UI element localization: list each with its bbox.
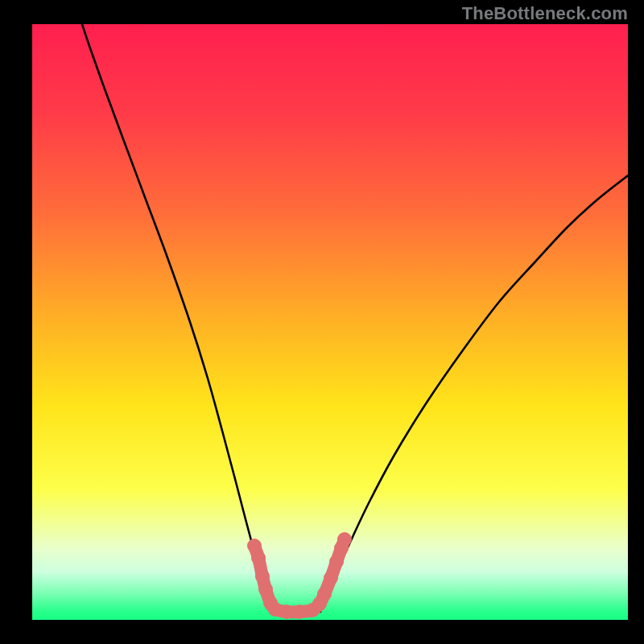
series-left-curve [82,24,271,612]
data-marker [258,582,273,597]
data-marker [317,587,332,601]
data-marker [329,555,344,569]
data-marker [292,605,307,619]
data-marker [324,571,338,585]
series-right-curve [320,175,628,612]
data-marker [337,532,352,547]
chart-frame: TheBottleneck.com [0,0,644,644]
watermark-text: TheBottleneck.com [462,3,628,24]
data-marker [255,569,270,584]
plot-area [32,24,628,620]
curve-layer [32,24,628,620]
data-marker [279,605,294,619]
data-marker [251,551,266,565]
